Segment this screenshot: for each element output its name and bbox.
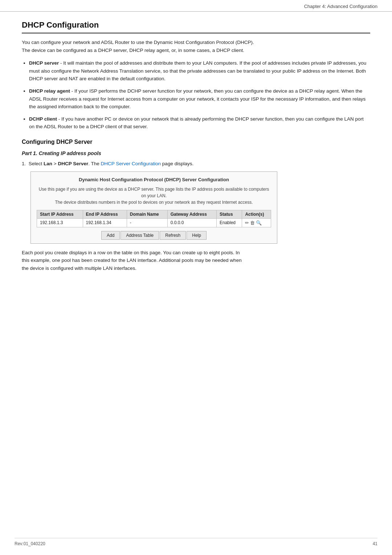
dhcp-box-desc: Use this page if you are using the devic… xyxy=(37,186,271,206)
after-line1: Each pool you create displays in a row o… xyxy=(22,250,240,255)
header-bar: Chapter 4: Advanced Configuration xyxy=(0,0,392,12)
after-line2: this example, one pool has been created … xyxy=(22,258,242,263)
cell-actions: ✏ 🗑 🔍 xyxy=(242,218,271,227)
cell-domain: - xyxy=(127,218,167,227)
refresh-button[interactable]: Refresh xyxy=(160,231,186,240)
action-icons: ✏ 🗑 🔍 xyxy=(245,220,262,226)
delete-icon[interactable]: 🗑 xyxy=(250,220,255,226)
edit-icon[interactable]: ✏ xyxy=(245,220,249,226)
address-table-button[interactable]: Address Table xyxy=(121,231,159,240)
intro-paragraph: You can configure your network and ADSL … xyxy=(22,39,370,54)
after-line3: the device is configured with multiple L… xyxy=(22,266,136,271)
term-relay: DHCP relay agent xyxy=(29,88,70,94)
section-heading: Configuring DHCP Server xyxy=(22,139,370,145)
list-item-server: DHCP server - It will maintain the pool … xyxy=(29,59,370,83)
footer: Rev:01_040220 41 xyxy=(15,538,377,546)
cell-start-ip: 192.168.1.3 xyxy=(37,218,83,227)
dhcp-table: Start IP Address End IP Address Domain N… xyxy=(37,210,271,227)
step1-bold1: Lan xyxy=(44,161,52,166)
step1-bold2: DHCP Server xyxy=(58,161,88,166)
step1-post: . The xyxy=(88,161,101,166)
add-button[interactable]: Add xyxy=(101,231,120,240)
text-server: - It will maintain the pool of addresses… xyxy=(29,60,366,81)
text-client: - If you have another PC or device on yo… xyxy=(29,116,364,130)
step1-link: DHCP Server Configuration xyxy=(101,161,161,166)
col-end-ip: End IP Address xyxy=(83,210,127,218)
dhcp-desc-line2: The device distributes numbers in the po… xyxy=(55,200,253,205)
step-1-text: 1. Select Lan > DHCP Server. The DHCP Se… xyxy=(22,160,370,168)
col-status: Status xyxy=(216,210,242,218)
step1-pre: Select xyxy=(29,161,44,166)
part-heading: Part 1. Creating IP address pools xyxy=(22,150,370,156)
feature-list: DHCP server - It will maintain the pool … xyxy=(29,59,370,131)
dhcp-button-row: Add Address Table Refresh Help xyxy=(37,231,271,240)
table-row: 192.168.1.3 192.168.1.34 - 0.0.0.0 Enabl… xyxy=(37,218,271,227)
text-relay: - If your ISP performs the DCHP server f… xyxy=(29,88,366,109)
footer-revision: Rev:01_040220 xyxy=(15,541,45,546)
term-server: DHCP server xyxy=(29,60,59,66)
step1-arrow: > xyxy=(52,161,58,166)
list-item-relay: DHCP relay agent - If your ISP performs … xyxy=(29,87,370,111)
chapter-title: Chapter 4: Advanced Configuration xyxy=(304,4,377,9)
step1-post2: page displays. xyxy=(161,161,193,166)
step-1: 1. Select Lan > DHCP Server. The DHCP Se… xyxy=(22,160,370,272)
cell-gateway: 0.0.0.0 xyxy=(167,218,216,227)
dhcp-box-title: Dynamic Host Configuration Protocol (DHC… xyxy=(37,177,271,182)
col-domain: Domain Name xyxy=(127,210,167,218)
col-start-ip: Start IP Address xyxy=(37,210,83,218)
dhcp-desc-line1: Use this page if you are using the devic… xyxy=(39,187,269,198)
table-header-row: Start IP Address End IP Address Domain N… xyxy=(37,210,271,218)
cell-status: Enabled xyxy=(216,218,242,227)
term-client: DCHP client xyxy=(29,116,57,122)
view-icon[interactable]: 🔍 xyxy=(256,220,262,226)
help-button[interactable]: Help xyxy=(187,231,207,240)
main-content: DHCP Configuration You can configure you… xyxy=(0,12,392,299)
col-actions: Action(s) xyxy=(242,210,271,218)
page-title: DHCP Configuration xyxy=(22,20,370,33)
footer-page: 41 xyxy=(373,541,377,546)
list-item-client: DCHP client - If you have another PC or … xyxy=(29,115,370,131)
col-gateway: Gateway Address xyxy=(167,210,216,218)
page-container: Chapter 4: Advanced Configuration DHCP C… xyxy=(0,0,392,555)
intro-line2: The device can be configured as a DHCP s… xyxy=(22,48,244,53)
after-box-text: Each pool you create displays in a row o… xyxy=(22,249,370,272)
dhcp-config-box: Dynamic Host Configuration Protocol (DHC… xyxy=(30,171,277,244)
intro-line1: You can configure your network and ADSL … xyxy=(22,40,254,45)
cell-end-ip: 192.168.1.34 xyxy=(83,218,127,227)
